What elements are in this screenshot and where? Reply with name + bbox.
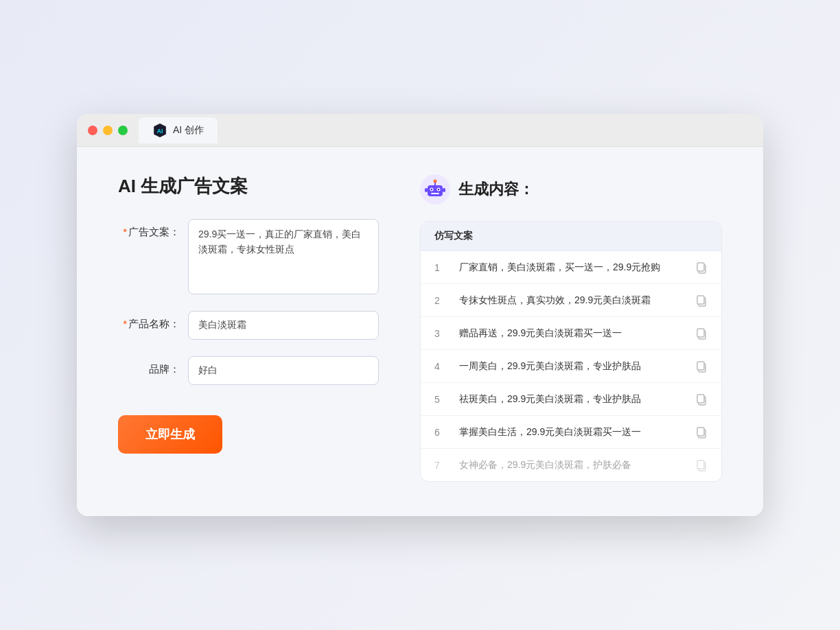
- table-row: 5祛斑美白，29.9元美白淡斑霜，专业护肤品: [421, 383, 721, 416]
- active-tab[interactable]: AI AI 创作: [139, 117, 218, 143]
- browser-content: AI 生成广告文案 *广告文案： 29.9买一送一，真正的厂家直销，美白淡斑霜，…: [77, 147, 763, 516]
- browser-window: AI AI 创作 AI 生成广告文案 *广告文案： 29.9买一送一，真正的厂家…: [77, 114, 763, 516]
- robot-icon: [420, 174, 450, 205]
- ai-icon: AI: [152, 123, 167, 138]
- row-number: 3: [434, 328, 448, 339]
- row-number: 1: [434, 262, 448, 273]
- generate-button[interactable]: 立即生成: [118, 415, 222, 454]
- copy-button[interactable]: [695, 393, 708, 406]
- traffic-lights: [88, 126, 128, 135]
- svg-point-10: [434, 180, 437, 183]
- svg-point-7: [438, 189, 439, 190]
- result-header: 生成内容：: [420, 174, 722, 205]
- ad-copy-required: *: [123, 226, 127, 237]
- row-number: 5: [434, 394, 448, 405]
- table-row: 1厂家直销，美白淡斑霜，买一送一，29.9元抢购: [421, 251, 721, 284]
- svg-rect-3: [428, 185, 443, 196]
- result-table: 仿写文案 1厂家直销，美白淡斑霜，买一送一，29.9元抢购 2专抹女性斑点，真实…: [420, 221, 722, 482]
- svg-rect-20: [697, 362, 704, 370]
- row-text: 一周美白，29.9元美白淡斑霜，专业护肤品: [459, 359, 684, 373]
- copy-button[interactable]: [695, 426, 708, 439]
- right-panel: 生成内容： 仿写文案 1厂家直销，美白淡斑霜，买一送一，29.9元抢购 2专抹女…: [420, 174, 722, 482]
- copy-button[interactable]: [695, 327, 708, 340]
- main-layout: AI 生成广告文案 *广告文案： 29.9买一送一，真正的厂家直销，美白淡斑霜，…: [118, 174, 722, 482]
- table-header: 仿写文案: [421, 222, 721, 251]
- svg-rect-26: [697, 460, 704, 469]
- table-row: 2专抹女性斑点，真实功效，29.9元美白淡斑霜: [421, 284, 721, 317]
- table-row: 6掌握美白生活，29.9元美白淡斑霜买一送一: [421, 416, 721, 449]
- product-name-row: *产品名称：: [118, 311, 379, 340]
- brand-label: 品牌：: [118, 356, 180, 376]
- row-number: 7: [434, 460, 448, 471]
- svg-rect-22: [697, 395, 704, 403]
- svg-point-6: [431, 189, 432, 190]
- row-text: 赠品再送，29.9元美白淡斑霜买一送一: [459, 326, 684, 340]
- results-list: 1厂家直销，美白淡斑霜，买一送一，29.9元抢购 2专抹女性斑点，真实功效，29…: [421, 251, 721, 481]
- table-row: 3赠品再送，29.9元美白淡斑霜买一送一: [421, 317, 721, 350]
- row-text: 掌握美白生活，29.9元美白淡斑霜买一送一: [459, 425, 684, 439]
- result-title: 生成内容：: [458, 179, 534, 200]
- svg-rect-8: [431, 193, 439, 194]
- table-row: 7女神必备，29.9元美白淡斑霜，护肤必备: [421, 449, 721, 481]
- close-button[interactable]: [88, 126, 97, 135]
- row-text: 女神必备，29.9元美白淡斑霜，护肤必备: [459, 458, 684, 472]
- minimize-button[interactable]: [103, 126, 113, 135]
- svg-rect-12: [443, 188, 445, 192]
- svg-rect-14: [697, 263, 704, 271]
- maximize-button[interactable]: [118, 126, 128, 135]
- svg-rect-11: [425, 188, 428, 192]
- brand-row: 品牌：: [118, 356, 379, 385]
- svg-text:AI: AI: [157, 127, 163, 134]
- copy-button[interactable]: [695, 294, 708, 307]
- page-title: AI 生成广告文案: [118, 174, 379, 198]
- svg-rect-16: [697, 296, 704, 304]
- product-name-label: *产品名称：: [118, 311, 180, 331]
- row-number: 6: [434, 427, 448, 438]
- row-text: 祛斑美白，29.9元美白淡斑霜，专业护肤品: [459, 392, 684, 406]
- row-number: 4: [434, 361, 448, 372]
- copy-button[interactable]: [695, 459, 708, 471]
- copy-button[interactable]: [695, 261, 708, 274]
- svg-rect-18: [697, 329, 704, 337]
- svg-rect-24: [697, 428, 704, 436]
- row-text: 厂家直销，美白淡斑霜，买一送一，29.9元抢购: [459, 260, 684, 275]
- row-text: 专抹女性斑点，真实功效，29.9元美白淡斑霜: [459, 293, 684, 307]
- brand-input[interactable]: [188, 356, 379, 385]
- product-name-input[interactable]: [188, 311, 379, 340]
- row-number: 2: [434, 295, 448, 306]
- ad-copy-row: *广告文案： 29.9买一送一，真正的厂家直销，美白淡斑霜，专抹女性斑点: [118, 219, 379, 294]
- product-name-required: *: [123, 318, 127, 329]
- titlebar: AI AI 创作: [77, 114, 763, 147]
- left-panel: AI 生成广告文案 *广告文案： 29.9买一送一，真正的厂家直销，美白淡斑霜，…: [118, 174, 379, 482]
- tab-label: AI 创作: [173, 124, 204, 137]
- ad-copy-label: *广告文案：: [118, 219, 180, 239]
- ad-copy-input[interactable]: 29.9买一送一，真正的厂家直销，美白淡斑霜，专抹女性斑点: [188, 219, 379, 294]
- table-row: 4一周美白，29.9元美白淡斑霜，专业护肤品: [421, 350, 721, 383]
- copy-button[interactable]: [695, 360, 708, 373]
